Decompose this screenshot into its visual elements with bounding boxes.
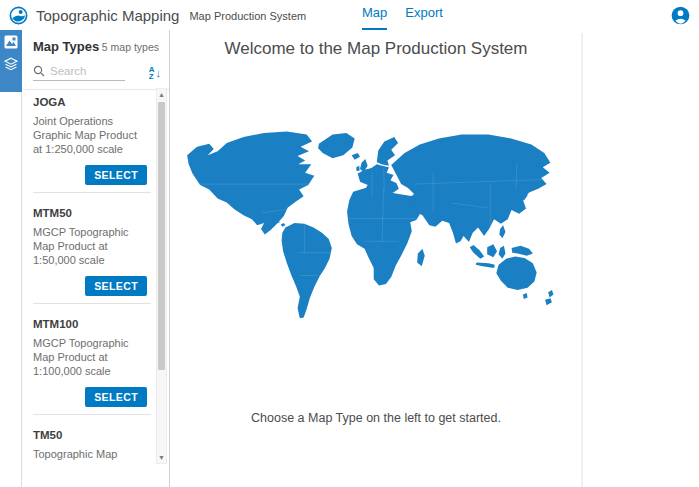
map-type-name: TM50: [33, 427, 151, 441]
app-header: Topographic Mapping Map Production Syste…: [0, 0, 699, 30]
scrollbar-thumb[interactable]: [158, 102, 165, 370]
layers-icon[interactable]: [4, 57, 18, 71]
search-input[interactable]: [50, 65, 120, 77]
search-icon: [33, 65, 45, 77]
app-title: Topographic Mapping: [36, 7, 179, 24]
list-item-tm50: TM50 Topographic Map Product at 1:50,000…: [23, 421, 157, 464]
instruction-text: Choose a Map Type on the left to get sta…: [171, 411, 581, 425]
map-type-count: 5 map types: [102, 41, 159, 53]
scroll-down-icon[interactable]: ▼: [157, 454, 166, 461]
tab-map[interactable]: Map: [362, 0, 387, 30]
list-item-mtm100: MTM100 MGCP Topographic Map Product at 1…: [23, 310, 157, 421]
sort-az-icon[interactable]: AZ↓: [149, 66, 161, 80]
content-divider: [581, 33, 583, 487]
tab-export[interactable]: Export: [405, 0, 443, 30]
search-box[interactable]: [33, 65, 125, 81]
world-map: [183, 127, 569, 325]
map-type-description: Topographic Map Product at 1:50,000 scal…: [33, 447, 145, 464]
map-type-name: MTM100: [33, 316, 151, 330]
user-avatar-icon[interactable]: [671, 6, 690, 25]
select-button-mtm100[interactable]: SELECT: [85, 387, 147, 407]
tool-rail: [0, 30, 22, 487]
panel-title: Map Types: [33, 39, 99, 54]
world-map-graphic: [183, 127, 569, 325]
map-types-panel-icon[interactable]: [4, 35, 18, 49]
list-scrollbar[interactable]: ▲ ▼: [156, 88, 167, 464]
top-nav: Map Export: [362, 0, 443, 30]
search-row: AZ↓: [23, 58, 169, 84]
app-subtitle: Map Production System: [189, 10, 306, 22]
welcome-title: Welcome to the Map Production System: [171, 39, 581, 59]
main-area: Welcome to the Map Production System: [171, 30, 699, 487]
select-button-joga[interactable]: SELECT: [85, 165, 147, 185]
map-type-description: MGCP Topographic Map Product at 1:50,000…: [33, 225, 145, 267]
map-type-name: JOGA: [33, 94, 151, 108]
list-item-mtm50: MTM50 MGCP Topographic Map Product at 1:…: [23, 199, 157, 310]
map-type-list: JOGA Joint Operations Graphic Map Produc…: [23, 88, 157, 464]
map-type-description: Joint Operations Graphic Map Product at …: [33, 114, 145, 156]
scroll-up-icon[interactable]: ▲: [157, 91, 166, 98]
app-logo-globe-icon: [9, 6, 28, 25]
map-types-panel: Map Types 5 map types AZ↓ JOGA Joint Ope…: [23, 30, 170, 487]
map-type-description: MGCP Topographic Map Product at 1:100,00…: [33, 336, 145, 378]
map-type-name: MTM50: [33, 205, 151, 219]
select-button-mtm50[interactable]: SELECT: [85, 276, 147, 296]
tool-rail-active-group: [0, 30, 22, 92]
list-item-joga: JOGA Joint Operations Graphic Map Produc…: [23, 88, 157, 199]
